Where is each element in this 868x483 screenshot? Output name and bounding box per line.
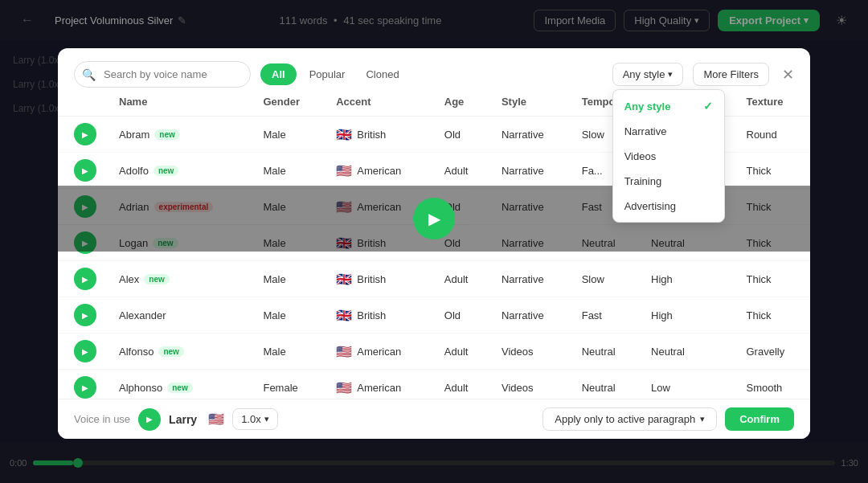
badge-new: new — [144, 274, 169, 284]
accent-name: British — [357, 237, 386, 249]
play-cell[interactable]: ▶ — [58, 189, 108, 225]
play-cell[interactable]: ▶ — [58, 225, 108, 261]
style-option-advertising[interactable]: Advertising — [613, 194, 724, 219]
accent-cell: 🇬🇧 British — [325, 225, 433, 261]
apply-paragraph-button[interactable]: Apply only to active paragraph ▾ — [542, 407, 717, 431]
col-play — [58, 88, 108, 117]
play-cell[interactable]: ▶ — [58, 153, 108, 189]
table-row[interactable]: ▶ Alex new Male 🇬🇧 British Adult Narrati… — [58, 261, 810, 297]
play-button[interactable]: ▶ — [74, 195, 96, 218]
gender-cell: Male — [252, 153, 325, 189]
table-row[interactable]: ▶ Logan new Male 🇬🇧 British Old Narrativ… — [58, 225, 810, 261]
search-icon: 🔍 — [82, 68, 96, 81]
style-option-any[interactable]: Any style ✓ — [613, 93, 724, 119]
gender-cell: Male — [252, 225, 325, 261]
play-button[interactable]: ▶ — [74, 231, 96, 254]
style-cell: Narrative — [490, 117, 571, 153]
play-cell[interactable]: ▶ — [58, 297, 108, 334]
age-cell: Adult — [433, 334, 490, 370]
play-button[interactable]: ▶ — [74, 159, 96, 182]
footer-play-button[interactable]: ▶ — [138, 408, 161, 431]
gender-cell: Male — [252, 117, 325, 153]
style-cell: Narrative — [490, 189, 571, 225]
accent-flag: 🇬🇧 — [336, 127, 352, 142]
speed-selector[interactable]: 1.0x ▾ — [232, 408, 278, 430]
style-cell: Narrative — [490, 261, 571, 297]
tab-popular[interactable]: Popular — [301, 63, 354, 85]
style-option-videos[interactable]: Videos — [613, 144, 724, 169]
style-cell: Videos — [490, 370, 571, 399]
accent-name: American — [357, 382, 401, 394]
accent-flag: 🇬🇧 — [336, 308, 352, 323]
confirm-button[interactable]: Confirm — [725, 407, 794, 431]
accent-name: British — [357, 309, 386, 321]
footer-voice-name: Larry — [169, 413, 197, 426]
name-cell: Alphonso new — [108, 370, 252, 399]
play-cell[interactable]: ▶ — [58, 261, 108, 297]
age-cell: Old — [433, 189, 490, 225]
table-row[interactable]: ▶ Alphonso new Female 🇺🇸 American Adult … — [58, 370, 810, 399]
texture-cell: Thick — [735, 153, 811, 189]
search-wrap: 🔍 — [74, 61, 251, 88]
badge-new: new — [154, 166, 178, 176]
play-cell[interactable]: ▶ — [58, 370, 108, 399]
play-cell[interactable]: ▶ — [58, 334, 108, 370]
age-cell: Old — [433, 225, 490, 261]
voice-name: Alphonso — [119, 382, 162, 394]
style-dropdown-popup: Any style ✓ Narrative Videos Training Ad… — [612, 89, 725, 223]
table-row[interactable]: ▶ Alfonso new Male 🇺🇸 American Adult Vid… — [58, 334, 810, 370]
gender-cell: Female — [252, 370, 325, 399]
play-cell[interactable]: ▶ — [58, 117, 108, 153]
texture-cell: Thick — [735, 297, 811, 334]
age-cell: Old — [433, 117, 490, 153]
brightness-cell: Neutral — [640, 334, 735, 370]
style-dropdown[interactable]: Any style ▾ — [612, 63, 684, 86]
badge-new: new — [153, 238, 178, 248]
more-filters-button[interactable]: More Filters — [693, 63, 769, 86]
filter-tabs: All Popular Cloned — [260, 63, 603, 85]
tempo-cell: Fast — [571, 297, 640, 334]
table-row[interactable]: ▶ Alexander Male 🇬🇧 British Old Narrativ… — [58, 297, 810, 334]
voice-name: Adrian — [119, 201, 149, 213]
search-input[interactable] — [74, 61, 251, 88]
play-button[interactable]: ▶ — [74, 123, 96, 145]
accent-flag: 🇺🇸 — [336, 344, 352, 359]
tempo-cell: Neutral — [571, 225, 640, 261]
texture-cell: Round — [735, 117, 811, 153]
style-option-training[interactable]: Training — [613, 169, 724, 194]
close-modal-button[interactable]: ✕ — [782, 66, 794, 84]
name-cell: Abram new — [108, 117, 252, 153]
style-cell: Narrative — [490, 297, 571, 334]
accent-name: American — [357, 201, 401, 213]
voice-name: Alexander — [119, 309, 166, 321]
accent-flag: 🇬🇧 — [336, 272, 352, 287]
play-button[interactable]: ▶ — [74, 268, 96, 290]
col-style: Style — [490, 88, 571, 117]
name-cell: Adrian experimental — [108, 189, 252, 225]
tempo-cell: Neutral — [571, 334, 640, 370]
accent-cell: 🇺🇸 American — [325, 189, 433, 225]
voice-name: Logan — [119, 237, 148, 249]
voice-name: Alfonso — [119, 346, 154, 358]
tab-cloned[interactable]: Cloned — [358, 63, 407, 85]
name-cell: Alex new — [108, 261, 252, 297]
accent-cell: 🇬🇧 British — [325, 297, 433, 334]
style-option-narrative[interactable]: Narrative — [613, 119, 724, 144]
play-button[interactable]: ▶ — [74, 304, 96, 326]
accent-cell: 🇺🇸 American — [325, 370, 433, 399]
brightness-cell: Low — [640, 370, 735, 399]
style-cell: Narrative — [490, 153, 571, 189]
play-button[interactable]: ▶ — [74, 340, 96, 362]
badge-new: new — [158, 346, 183, 357]
col-gender: Gender — [252, 88, 325, 117]
age-cell: Adult — [433, 261, 490, 297]
accent-cell: 🇺🇸 American — [325, 334, 433, 370]
age-cell: Old — [433, 297, 490, 334]
gender-cell: Male — [252, 189, 325, 225]
gender-cell: Male — [252, 334, 325, 370]
tab-all[interactable]: All — [260, 63, 297, 85]
accent-cell: 🇺🇸 American — [325, 153, 433, 189]
play-button[interactable]: ▶ — [74, 376, 96, 399]
check-icon: ✓ — [703, 100, 713, 113]
accent-cell: 🇬🇧 British — [325, 261, 433, 297]
